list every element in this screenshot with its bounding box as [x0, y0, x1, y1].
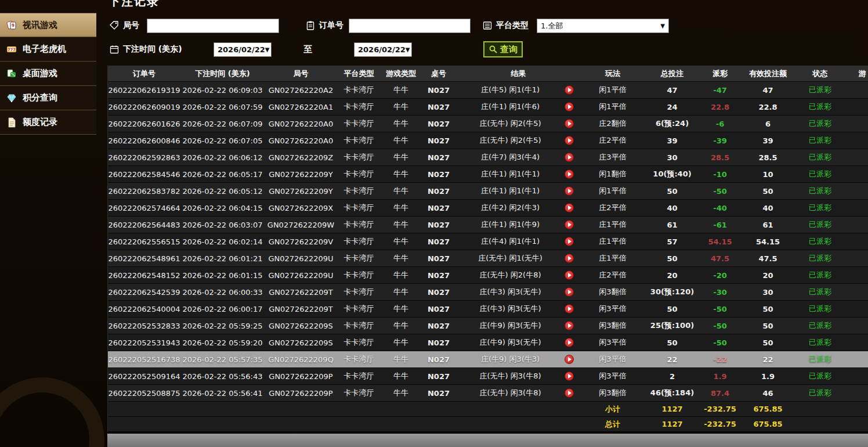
- cell-payout: -50: [700, 322, 740, 330]
- sidebar-item-label: 额度记录: [23, 117, 57, 128]
- platform-type-select[interactable]: 1.全部 ▼: [537, 19, 669, 33]
- cell-platform-type: 卡卡湾厅: [337, 253, 381, 264]
- sidebar-item-quota-records[interactable]: 额度记录: [0, 110, 96, 135]
- play-video-button[interactable]: [565, 254, 574, 263]
- play-icon: [568, 88, 572, 92]
- query-button[interactable]: 查询: [483, 41, 523, 57]
- play-video-button[interactable]: [565, 186, 574, 196]
- cell-status: 已派彩: [795, 186, 845, 196]
- play-video-button[interactable]: [565, 304, 574, 313]
- sidebar-item-slot-machines[interactable]: 777 电子老虎机: [0, 37, 96, 62]
- play-video-button[interactable]: [565, 119, 574, 128]
- platform-type-filter-label: 平台类型: [482, 18, 529, 33]
- play-video-button[interactable]: [565, 287, 574, 297]
- cell-round-number: GN0272622209Z: [265, 153, 337, 162]
- cell-payout: -50: [700, 305, 740, 313]
- cell-round-number: GN0272622209Y: [265, 170, 337, 179]
- table-row[interactable]: 260222062548152 2026-02-22 06:01:15 GN02…: [108, 267, 868, 284]
- play-video-button[interactable]: [565, 203, 574, 212]
- table-row[interactable]: 260222062584546 2026-02-22 06:05:17 GN02…: [108, 166, 868, 183]
- play-video-button[interactable]: [565, 85, 574, 95]
- cell-valid-bet: 22: [740, 355, 795, 364]
- cell-bet-time: 2026-02-22 05:56:43: [180, 372, 265, 381]
- table-row[interactable]: 260222052508875 2026-02-22 05:56:41 GN02…: [108, 385, 868, 402]
- table-row[interactable]: 260222062609019 2026-02-22 06:07:59 GN02…: [108, 99, 868, 116]
- cell-bet-time: 2026-02-22 05:59:20: [180, 338, 265, 347]
- cell-total-bet: 61: [645, 221, 700, 229]
- cell-status: 已派彩: [795, 219, 845, 230]
- total-valid-bet: 675.85: [740, 420, 795, 428]
- date-to-select[interactable]: 2026/02/22 ▼: [354, 42, 412, 57]
- cell-round-number: GN0272622209P: [265, 372, 337, 381]
- cell-result: 庄(牛2) 闲2(牛3): [456, 203, 581, 213]
- table-row[interactable]: 260222062548961 2026-02-22 06:01:21 GN02…: [108, 250, 868, 267]
- cell-valid-bet: 28.5: [740, 153, 795, 162]
- sidebar-item-table-games[interactable]: 桌面游戏: [0, 62, 96, 86]
- horizontal-scrollbar[interactable]: [107, 434, 868, 447]
- cell-table-number: N027: [421, 221, 456, 229]
- cell-total-bet: 47: [645, 86, 700, 95]
- cell-total-bet: 10(预:40): [645, 169, 700, 179]
- play-video-button[interactable]: [565, 372, 574, 381]
- play-video-button[interactable]: [565, 136, 574, 145]
- table-row[interactable]: 260222052509164 2026-02-22 05:56:43 GN02…: [108, 368, 868, 385]
- play-video-button[interactable]: [565, 388, 574, 398]
- sidebar-item-video-games[interactable]: 9 视讯游戏: [0, 13, 96, 37]
- order-number-input[interactable]: [349, 19, 471, 33]
- table-row[interactable]: 260222052532833 2026-02-22 05:59:25 GN02…: [108, 318, 868, 334]
- table-row[interactable]: 260222062592863 2026-02-22 06:06:12 GN02…: [108, 149, 868, 166]
- round-number-input[interactable]: [147, 19, 279, 33]
- table-row[interactable]: 260222062540004 2026-02-22 06:00:17 GN02…: [108, 301, 868, 318]
- play-video-button[interactable]: [565, 153, 574, 162]
- play-video-button[interactable]: [565, 355, 574, 364]
- table-row[interactable]: 260222062583782 2026-02-22 06:05:12 GN02…: [108, 183, 868, 200]
- table-row[interactable]: 260222052516738 2026-02-22 05:57:35 GN02…: [108, 351, 868, 368]
- date-range-to-label: 至: [303, 42, 312, 57]
- table-row[interactable]: 260222062619319 2026-02-22 06:09:03 GN02…: [108, 82, 868, 99]
- cell-order-number: 260222062564483: [108, 221, 180, 229]
- cell-round-number: GN0272622209Y: [265, 187, 337, 196]
- cell-order-number: 260222062592863: [108, 153, 180, 162]
- play-video-button[interactable]: [565, 102, 574, 111]
- play-video-button[interactable]: [565, 170, 574, 179]
- cell-payout: 22.8: [700, 103, 740, 111]
- cell-game-type: 牛牛: [381, 388, 421, 398]
- table-row[interactable]: 260222052531943 2026-02-22 05:59:20 GN02…: [108, 334, 868, 351]
- play-video-button[interactable]: [565, 321, 574, 330]
- play-icon: [568, 374, 572, 378]
- cell-platform-type: 卡卡湾厅: [337, 152, 381, 163]
- table-row[interactable]: 260222062556515 2026-02-22 06:02:14 GN02…: [108, 233, 868, 250]
- play-video-button[interactable]: [565, 237, 574, 246]
- cell-game-type: 牛牛: [381, 186, 421, 196]
- cell-round-number: GN0272622209Q: [265, 355, 337, 364]
- cell-bet-time: 2026-02-22 06:03:07: [180, 221, 265, 229]
- play-video-button[interactable]: [565, 220, 574, 229]
- cell-result: 庄(牛4) 闲1(牛1): [456, 236, 581, 247]
- table-row[interactable]: 260222062600846 2026-02-22 06:07:05 GN02…: [108, 132, 868, 149]
- cell-platform-type: 卡卡湾厅: [337, 337, 381, 348]
- play-video-button[interactable]: [565, 271, 574, 280]
- cell-bet-time: 2026-02-22 05:56:41: [180, 389, 265, 398]
- table-row[interactable]: 260222062542539 2026-02-22 06:00:33 GN02…: [108, 284, 868, 301]
- cell-round-number: GN027262220A2: [265, 86, 337, 95]
- cell-order-number: 260222062548961: [108, 254, 180, 263]
- cell-table-number: N027: [421, 170, 456, 179]
- cell-valid-bet: 61: [740, 221, 795, 229]
- cell-payout: 87.4: [700, 389, 740, 398]
- table-row[interactable]: 260222062601626 2026-02-22 06:07:09 GN02…: [108, 116, 868, 132]
- table-row[interactable]: 260222062574664 2026-02-22 06:04:15 GN02…: [108, 200, 868, 217]
- sidebar-item-points-query[interactable]: 积分查询: [0, 86, 96, 110]
- order-number-filter-label: 订单号: [305, 18, 343, 33]
- cell-status: 已派彩: [795, 236, 845, 247]
- cell-game-type: 牛牛: [381, 203, 421, 213]
- cell-valid-bet: 39: [740, 136, 795, 145]
- cell-platform-type: 卡卡湾厅: [337, 219, 381, 230]
- date-from-select[interactable]: 2026/02/22 ▼: [214, 42, 272, 57]
- cell-table-number: N027: [421, 338, 456, 347]
- cell-play-type: 闲3翻倍: [581, 388, 645, 398]
- page-title: 下注记录: [108, 0, 160, 9]
- cell-total-bet: 24: [645, 103, 700, 111]
- play-video-button[interactable]: [565, 338, 574, 347]
- table-row[interactable]: 260222062564483 2026-02-22 06:03:07 GN02…: [108, 217, 868, 233]
- cell-round-number: GN0272622209S: [265, 338, 337, 347]
